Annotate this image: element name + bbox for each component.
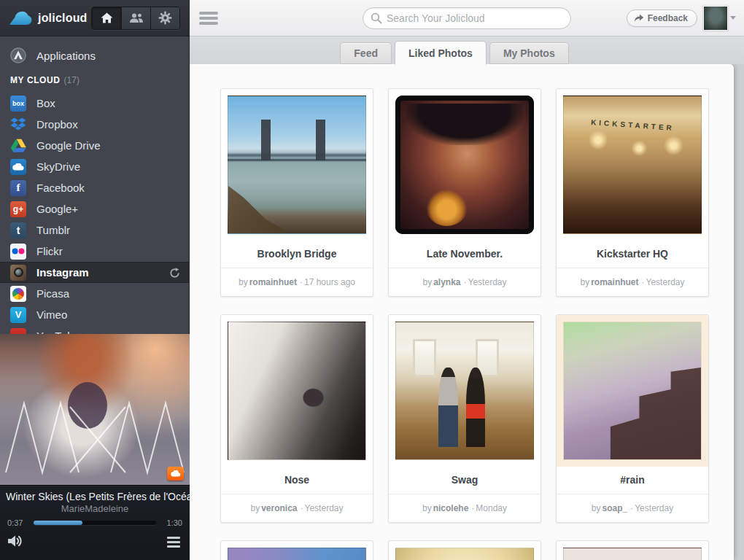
photo-timestamp: 17 hours ago — [304, 277, 355, 287]
google-drive-icon — [10, 138, 26, 154]
people-icon — [129, 13, 144, 23]
feedback-button[interactable]: Feedback — [627, 9, 697, 27]
sidebar-item-box[interactable]: box Box — [0, 93, 189, 114]
home-icon — [101, 12, 113, 23]
playlist-button[interactable] — [166, 537, 181, 548]
photo-grid: Brooklyn Bridge byromainhuet·17 hours ag… — [220, 88, 709, 560]
person-silhouette — [438, 368, 457, 447]
photo-nose[interactable] — [228, 322, 366, 460]
avatar[interactable] — [703, 6, 728, 31]
photo-author: romainhuet — [249, 277, 297, 287]
sidebar-nav — [91, 7, 180, 30]
person-silhouette — [466, 368, 485, 447]
photo-garland-text: KICKSTARTER — [569, 117, 695, 133]
sidebar-item-dropbox[interactable]: Dropbox — [0, 114, 189, 135]
photo-byline: byveronica·Yesterday — [221, 494, 373, 522]
photo-byline: byromainhuet·Yesterday — [557, 268, 708, 296]
photo-card-partial[interactable] — [220, 540, 373, 560]
photo-card-partial[interactable] — [388, 540, 541, 560]
menu-toggle-icon[interactable] — [199, 12, 218, 27]
googleplus-icon: g+ — [10, 201, 26, 217]
nav-home-button[interactable] — [92, 7, 121, 29]
photo-timestamp: Yesterday — [305, 503, 344, 513]
photo-author: soap_ — [602, 503, 628, 513]
progress-row: 0:37 1:30 — [0, 518, 190, 527]
sync-refresh-icon[interactable] — [169, 268, 180, 281]
jolicloud-logo-icon — [9, 10, 32, 26]
feedback-arrow-icon — [634, 14, 644, 23]
photo-timestamp: Yesterday — [646, 277, 685, 287]
facebook-icon: f — [10, 180, 26, 196]
instagram-icon — [10, 265, 26, 281]
soundcloud-badge-icon — [167, 467, 184, 481]
volume-button[interactable] — [7, 534, 25, 548]
photo-title: Brooklyn Bridge — [221, 241, 373, 268]
photo-timestamp: Monday — [476, 503, 507, 513]
main-area: Feedback Feed Liked Photos My Photos Bro… — [190, 0, 744, 560]
player-panel: Winter Skies (Les Petits Frères de l'Océ… — [0, 485, 190, 560]
sidebar-header: jolicloud — [0, 0, 189, 36]
nav-people-button[interactable] — [121, 7, 150, 29]
tab-feed[interactable]: Feed — [340, 42, 392, 64]
brand-name: jolicloud — [38, 12, 88, 25]
photo-rain[interactable] — [563, 322, 702, 460]
photo-swag[interactable] — [395, 322, 534, 460]
photo-card-swag[interactable]: Swag bynicolehe·Monday — [388, 314, 541, 523]
track-artist: MarieMadeleine — [0, 503, 190, 514]
sidebar-item-google-drive[interactable]: Google Drive — [0, 135, 189, 156]
window-shape — [413, 339, 436, 378]
photo-byline: bysoap_·Yesterday — [557, 494, 708, 522]
seek-bar-fill — [34, 521, 82, 525]
photo-author: romainhuet — [591, 277, 638, 287]
chevron-down-icon[interactable] — [730, 16, 736, 20]
applications-icon — [10, 47, 26, 63]
sidebar-item-googleplus[interactable]: g+ Google+ — [0, 198, 189, 219]
photo-late-november[interactable] — [395, 96, 534, 234]
search-input[interactable] — [363, 7, 571, 29]
photo-byline: byromainhuet·17 hours ago — [221, 268, 373, 296]
sidebar-item-vimeo[interactable]: V Vimeo — [0, 304, 189, 325]
dropbox-icon — [10, 117, 26, 133]
photo-brooklyn-bridge[interactable] — [228, 96, 366, 234]
sidebar-item-applications[interactable]: Applications — [0, 43, 189, 68]
tab-my-photos[interactable]: My Photos — [489, 42, 569, 64]
photo-title: Late November. — [389, 241, 540, 268]
photo-card-nose[interactable]: Nose byveronica·Yesterday — [220, 314, 373, 523]
sidebar-item-tumblr[interactable]: t Tumblr — [0, 219, 189, 241]
photo-card-kickstarter-hq[interactable]: KICKSTARTER Kickstarter HQ byromainhuet·… — [556, 88, 709, 297]
photo-title: Swag — [389, 467, 540, 494]
photo-card-rain[interactable]: #rain bysoap_·Yesterday — [556, 314, 709, 523]
sidebar-item-flickr[interactable]: Flickr — [0, 241, 189, 262]
nav-settings-button[interactable] — [150, 7, 179, 29]
photo-author: veronica — [261, 503, 297, 513]
photo-kickstarter-hq[interactable]: KICKSTARTER — [563, 96, 702, 234]
tab-strip: Feed Liked Photos My Photos — [190, 36, 744, 64]
photo-card-brooklyn-bridge[interactable]: Brooklyn Bridge byromainhuet·17 hours ag… — [220, 88, 373, 297]
photo-partial[interactable] — [395, 548, 534, 560]
sidebar-item-facebook[interactable]: f Facebook — [0, 177, 189, 198]
picasa-icon — [10, 286, 26, 302]
seek-bar[interactable] — [34, 521, 156, 525]
tabs: Feed Liked Photos My Photos — [177, 41, 732, 64]
album-art-overlay — [0, 334, 190, 485]
photo-author: alynka — [433, 277, 460, 287]
album-art — [0, 334, 190, 485]
search-wrap — [363, 7, 571, 29]
vimeo-icon: V — [10, 307, 26, 323]
photo-timestamp: Yesterday — [468, 277, 507, 287]
photo-card-partial[interactable] — [556, 540, 709, 560]
photo-partial[interactable] — [563, 548, 702, 560]
track-title: Winter Skies (Les Petits Frères de l'Océ… — [0, 491, 190, 502]
volume-icon — [7, 534, 25, 548]
tab-liked-photos[interactable]: Liked Photos — [395, 41, 487, 65]
photo-partial[interactable] — [228, 548, 366, 560]
sidebar-item-picasa[interactable]: Picasa — [0, 283, 189, 304]
photo-byline: byalynka·Yesterday — [389, 268, 540, 296]
sidebar-item-skydrive[interactable]: SkyDrive — [0, 156, 189, 177]
sidebar-section-mycloud: MY CLOUD (17) — [0, 68, 189, 93]
sidebar: jolicloud — [0, 0, 190, 560]
photo-card-late-november[interactable]: Late November. byalynka·Yesterday — [388, 88, 541, 297]
gear-icon — [158, 11, 172, 25]
flickr-icon — [10, 244, 26, 260]
sidebar-item-instagram[interactable]: Instagram — [0, 262, 189, 283]
